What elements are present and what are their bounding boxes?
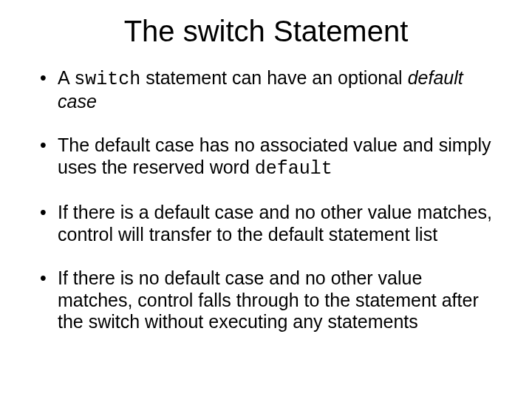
bullet-text: If there is a default case and no other … <box>58 202 492 245</box>
slide-title: The switch Statement <box>37 15 495 48</box>
slide: The switch Statement A switch statement … <box>0 0 532 399</box>
bullet-text: A <box>58 67 74 88</box>
list-item: The default case has no associated value… <box>37 134 495 180</box>
list-item: If there is no default case and no other… <box>37 267 495 333</box>
list-item: If there is a default case and no other … <box>37 202 495 245</box>
code-span: default <box>255 158 332 180</box>
list-item: A switch statement can have an optional … <box>37 67 495 112</box>
bullet-text: If there is no default case and no other… <box>58 267 479 332</box>
code-span: switch <box>74 69 140 90</box>
bullet-list: A switch statement can have an optional … <box>37 67 495 333</box>
bullet-text: statement can have an optional <box>140 67 407 88</box>
